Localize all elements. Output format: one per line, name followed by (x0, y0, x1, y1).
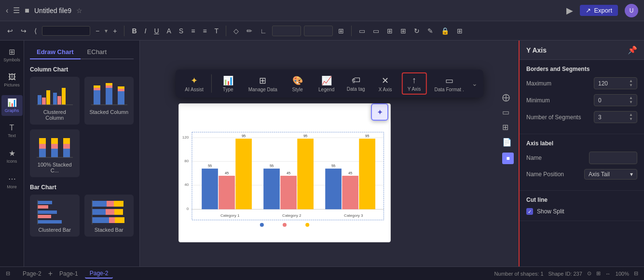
sidebar-item-symbols[interactable]: ⊞ Symbols (1, 44, 23, 65)
arrange-button[interactable]: ⊞ (336, 26, 346, 36)
data-format-tool[interactable]: ▭ Data Format . (431, 73, 468, 94)
italic-button[interactable]: I (142, 26, 149, 36)
chart-thumb-stacked-column[interactable]: Stacked Column (84, 77, 134, 125)
sidebar-toggle-icon[interactable]: ⊟ (6, 270, 10, 277)
lock-button[interactable]: ⊞ (398, 26, 409, 36)
more-icon: ⋯ (8, 174, 16, 183)
segments-down[interactable]: ▼ (629, 117, 633, 121)
grid-view-icon[interactable]: ⊞ (502, 123, 514, 132)
align2-button[interactable]: ≡ (200, 26, 209, 36)
minimum-input[interactable]: 0 ▲ ▼ (594, 94, 637, 106)
font-color-button[interactable]: A (164, 26, 174, 36)
font-plus-button[interactable]: + (110, 26, 119, 36)
right-panel: Y Axis 📌 Borders and Segments Maximum 12… (519, 41, 644, 266)
export-button[interactable]: ↗ Export (580, 5, 618, 16)
segments-up[interactable]: ▲ (629, 113, 633, 117)
status-icon2[interactable]: ⊞ (596, 270, 601, 277)
align-button[interactable]: ≡ (189, 26, 197, 36)
tab-edraw-chart[interactable]: Edraw Chart (30, 45, 81, 59)
page-tab-2-right[interactable]: Page-2 (85, 269, 113, 279)
bar-chart-grid: Clustered Bar (30, 195, 134, 237)
minimum-up[interactable]: ▲ (629, 96, 633, 100)
clustered-bar-label: Clustered Bar (39, 227, 71, 233)
undo-button[interactable]: ↩ (5, 26, 15, 36)
avatar[interactable]: U (625, 4, 638, 17)
lock2-button[interactable]: 🔒 (438, 26, 452, 36)
show-split-checkbox[interactable]: ✓ (526, 208, 533, 215)
layers-button[interactable]: ⊞ (454, 26, 465, 36)
chart-thumb-clustered-bar[interactable]: Clustered Bar (30, 195, 80, 237)
page-add-icon[interactable]: + (48, 269, 53, 278)
data-tag-tool[interactable]: 🏷 Data tag (343, 73, 369, 94)
x-axis-tool[interactable]: ✕ X Axis (373, 73, 398, 94)
cursor-button[interactable]: ⟨ (32, 26, 39, 36)
font-family-input[interactable] (42, 26, 90, 36)
back-icon[interactable]: ‹ (6, 6, 8, 15)
pen-button[interactable]: ✏ (244, 26, 255, 36)
sidebar-item-graphs[interactable]: 📊 Graphs (1, 95, 23, 116)
svg-text:95: 95 (365, 134, 369, 138)
line-button[interactable]: ∟ (258, 26, 269, 36)
page-tab-2-left[interactable]: Page-2 (18, 269, 46, 278)
tab-echart[interactable]: EChart (81, 45, 113, 59)
play-icon[interactable]: ▶ (566, 5, 573, 16)
status-icon3[interactable]: ↔ (605, 271, 611, 277)
status-icon1[interactable]: ⊙ (587, 270, 591, 277)
bold-button[interactable]: B (129, 26, 139, 36)
ai-assist-tool[interactable]: ✦ AI Assist (181, 73, 207, 94)
right-panel-pin-icon[interactable]: 📌 (628, 45, 637, 55)
settings-icon[interactable]: ⊟ (634, 270, 638, 277)
chart-thumb-stacked100-column[interactable]: 100% Stacked C... (30, 129, 80, 177)
rotate-button[interactable]: ↻ (411, 26, 422, 36)
type-tool[interactable]: 📊 Type (216, 73, 241, 94)
redo-button[interactable]: ↪ (18, 26, 29, 36)
sidebar-item-more[interactable]: ⋯ More (1, 171, 23, 192)
minimum-spinner[interactable]: ▲ ▼ (629, 96, 633, 104)
fill-color-picker[interactable] (304, 26, 333, 36)
canvas-area: ✦ AI Assist 📊 Type ⊞ Manage Data 🎨 Style… (140, 41, 519, 266)
underline-button[interactable]: U (151, 26, 161, 36)
page-tab-1[interactable]: Page-1 (55, 269, 83, 278)
color-swatch-icon: ■ (506, 155, 509, 162)
doc-icon[interactable]: 📄 (502, 138, 514, 147)
shape-button[interactable]: ◇ (231, 26, 241, 36)
menu-icon[interactable]: ☰ (13, 6, 20, 15)
symbols-label: Symbols (3, 57, 20, 62)
sidebar-item-text[interactable]: T Text (1, 121, 23, 141)
y-axis-tool[interactable]: ↑ Y Axis (402, 72, 427, 95)
name-position-select[interactable]: Axis Tail ▾ (584, 169, 637, 180)
chart-thumb-clustered-column[interactable]: Clustered Column (30, 77, 80, 125)
maximum-down[interactable]: ▼ (629, 84, 633, 87)
manage-data-tool[interactable]: ⊞ Manage Data (245, 73, 281, 94)
maximum-up[interactable]: ▲ (629, 79, 633, 83)
star-icon[interactable]: ☆ (76, 7, 82, 14)
strikethrough-button[interactable]: S (177, 26, 186, 36)
maximum-spinner[interactable]: ▲ ▼ (629, 79, 633, 87)
segments-spinner[interactable]: ▲ ▼ (629, 113, 633, 121)
edit-button[interactable]: ✎ (425, 26, 436, 36)
page-layout-icon[interactable]: ▭ (502, 108, 514, 117)
maximum-input[interactable]: 120 ▲ ▼ (594, 77, 637, 89)
container-button[interactable]: ▭ (356, 26, 368, 36)
svg-text:120: 120 (182, 135, 189, 140)
sidebar-item-pictures[interactable]: 🖼 Pictures (1, 70, 23, 90)
color-swatch[interactable]: ■ (502, 153, 514, 164)
line-style-picker[interactable] (272, 26, 301, 36)
segments-input[interactable]: 3 ▲ ▼ (594, 111, 637, 123)
sidebar-item-icons[interactable]: ★ Icons (1, 146, 23, 167)
minimum-down[interactable]: ▼ (629, 100, 633, 104)
chart-svg: 0 40 80 120 55 45 95 (178, 103, 391, 242)
text-label: Text (8, 133, 16, 138)
name-input[interactable] (589, 152, 637, 164)
style-tool[interactable]: 🎨 Style (285, 73, 310, 94)
font-minus-button[interactable]: − (93, 26, 102, 36)
show-split-label: Show Split (537, 208, 564, 215)
chart-thumb-stacked-bar[interactable]: Stacked Bar (84, 195, 134, 237)
legend-tool[interactable]: 📈 Legend (314, 73, 339, 94)
toolbar-collapse-icon[interactable]: ⌄ (472, 80, 478, 87)
ai-float-button[interactable]: ✦ (371, 103, 388, 121)
grid-button[interactable]: ⊞ (384, 26, 395, 36)
zoom-in-icon[interactable]: ⨁ (502, 93, 514, 102)
text-button[interactable]: T (212, 26, 221, 36)
connector-button[interactable]: ▭ (370, 26, 382, 36)
